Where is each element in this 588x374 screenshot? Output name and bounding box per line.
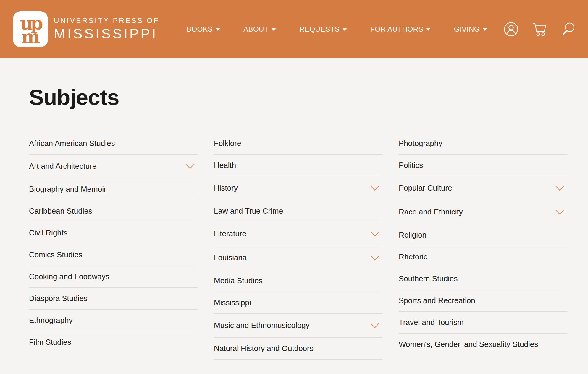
- subject-column-1: African American StudiesArt and Architec…: [29, 133, 198, 353]
- main-nav: BOOKSABOUTREQUESTSFOR AUTHORSGIVING: [187, 25, 487, 33]
- subject-item-art-and-architecture[interactable]: Art and Architecture: [29, 155, 198, 178]
- subject-label: Southern Studies: [399, 274, 458, 283]
- subject-label: Music and Ethnomusicology: [214, 321, 310, 330]
- subject-item-diaspora-studies[interactable]: Diaspora Studies: [29, 288, 198, 310]
- nav-label: ABOUT: [243, 25, 269, 33]
- subject-label: Travel and Tourism: [399, 318, 464, 327]
- subject-label: Politics: [399, 161, 423, 170]
- site-header: up m UNIVERSITY PRESS OF MISSISSIPPI BOO…: [0, 0, 588, 58]
- subject-label: Louisiana: [214, 253, 247, 262]
- search-icon: [561, 21, 576, 37]
- subject-item-popular-culture[interactable]: Popular Culture: [399, 176, 567, 200]
- subject-label: Diaspora Studies: [29, 294, 88, 303]
- cart-button[interactable]: [532, 21, 548, 37]
- subject-item-louisiana[interactable]: Louisiana: [214, 246, 382, 270]
- account-icon: [503, 22, 519, 37]
- subject-label: Rhetoric: [399, 252, 427, 261]
- subject-label: Cooking and Foodways: [29, 272, 109, 281]
- subject-item-literature[interactable]: Literature: [214, 222, 382, 246]
- nav-item-giving[interactable]: GIVING: [454, 25, 487, 33]
- chevron-down-icon: [216, 28, 220, 31]
- subject-label: Biography and Memoir: [29, 185, 106, 194]
- chevron-down-icon[interactable]: [555, 209, 564, 215]
- subject-label: Literature: [214, 229, 246, 238]
- subject-item-sports-and-recreation[interactable]: Sports and Recreation: [399, 290, 567, 312]
- nav-label: REQUESTS: [299, 25, 340, 33]
- subject-item-folklore[interactable]: Folklore: [214, 133, 382, 155]
- subject-item-natural-history-and-outdoors[interactable]: Natural History and Outdoors: [214, 338, 382, 360]
- subject-label: Religion: [399, 230, 427, 240]
- nav-item-requests[interactable]: REQUESTS: [299, 25, 347, 33]
- subject-label: Civil Rights: [29, 228, 67, 238]
- nav-label: BOOKS: [187, 25, 213, 33]
- subjects-page: Subjects African American StudiesArt and…: [0, 58, 588, 360]
- subject-column-3: PhotographyPoliticsPopular CultureRace a…: [399, 133, 567, 355]
- subject-item-music-and-ethnomusicology[interactable]: Music and Ethnomusicology: [214, 314, 382, 338]
- subject-columns: African American StudiesArt and Architec…: [29, 133, 567, 360]
- subject-item-media-studies[interactable]: Media Studies: [214, 270, 382, 292]
- chevron-down-icon: [483, 28, 487, 31]
- subject-item-law-and-true-crime[interactable]: Law and True Crime: [214, 200, 382, 222]
- subject-item-race-and-ethnicity[interactable]: Race and Ethnicity: [399, 200, 567, 224]
- subject-item-ethnography[interactable]: Ethnography: [29, 310, 198, 331]
- subject-item-travel-and-tourism[interactable]: Travel and Tourism: [399, 312, 567, 334]
- brand-line-2: MISSISSIPPI: [54, 25, 159, 42]
- subject-item-biography-and-memoir[interactable]: Biography and Memoir: [29, 178, 198, 200]
- subject-label: Media Studies: [214, 276, 263, 285]
- logo[interactable]: up m: [13, 11, 48, 47]
- subject-label: Art and Architecture: [29, 162, 96, 171]
- cart-icon: [532, 21, 548, 37]
- subject-item-southern-studies[interactable]: Southern Studies: [399, 268, 567, 290]
- subject-item-health[interactable]: Health: [214, 155, 382, 176]
- upm-logo-mark: up m: [13, 11, 48, 47]
- subject-item-religion[interactable]: Religion: [399, 224, 567, 246]
- subject-item-civil-rights[interactable]: Civil Rights: [29, 222, 198, 244]
- subject-column-2: FolkloreHealthHistoryLaw and True CrimeL…: [214, 133, 382, 360]
- subject-label: History: [214, 183, 238, 193]
- subject-label: Natural History and Outdoors: [214, 344, 314, 353]
- subject-label: Race and Ethnicity: [399, 207, 463, 217]
- header-icon-group: [503, 21, 576, 37]
- nav-label: FOR AUTHORS: [370, 25, 423, 33]
- subject-item-mississippi[interactable]: Mississippi: [214, 292, 382, 314]
- subject-item-history[interactable]: History: [214, 176, 382, 200]
- chevron-down-icon[interactable]: [555, 186, 564, 191]
- subject-item-comics-studies[interactable]: Comics Studies: [29, 244, 198, 266]
- page-title: Subjects: [29, 86, 567, 108]
- chevron-down-icon: [343, 28, 347, 31]
- subject-label: Folklore: [214, 139, 241, 148]
- subject-label: Comics Studies: [29, 250, 83, 259]
- subject-label: Women's, Gender, and Sexuality Studies: [399, 340, 538, 349]
- nav-item-books[interactable]: BOOKS: [187, 25, 220, 33]
- chevron-down-icon: [272, 28, 276, 31]
- account-button[interactable]: [503, 22, 519, 37]
- chevron-down-icon[interactable]: [185, 164, 195, 169]
- chevron-down-icon[interactable]: [370, 186, 379, 191]
- subject-item-film-studies[interactable]: Film Studies: [29, 331, 198, 353]
- subject-label: Sports and Recreation: [399, 296, 475, 305]
- subject-item-cooking-and-foodways[interactable]: Cooking and Foodways: [29, 266, 198, 288]
- subject-label: Health: [214, 161, 236, 170]
- chevron-down-icon[interactable]: [370, 323, 379, 329]
- subject-item-caribbean-studies[interactable]: Caribbean Studies: [29, 200, 198, 222]
- nav-list: BOOKSABOUTREQUESTSFOR AUTHORSGIVING: [187, 25, 487, 33]
- nav-item-about[interactable]: ABOUT: [243, 25, 276, 33]
- subject-label: Photography: [399, 139, 442, 148]
- chevron-down-icon[interactable]: [370, 231, 379, 237]
- brand-wordmark: UNIVERSITY PRESS OF MISSISSIPPI: [54, 17, 159, 42]
- logo-letter-m: m: [21, 30, 40, 43]
- chevron-down-icon[interactable]: [370, 255, 379, 261]
- subject-label: Law and True Crime: [214, 206, 283, 216]
- nav-label: GIVING: [454, 25, 480, 33]
- subject-item-african-american-studies[interactable]: African American Studies: [29, 133, 198, 155]
- chevron-down-icon: [426, 28, 430, 31]
- search-button[interactable]: [561, 21, 576, 37]
- subject-label: Caribbean Studies: [29, 206, 92, 216]
- subject-item-photography[interactable]: Photography: [399, 133, 567, 155]
- subject-item-politics[interactable]: Politics: [399, 155, 567, 176]
- subject-item-women-s-gender-and-sexuality-studies[interactable]: Women's, Gender, and Sexuality Studies: [399, 334, 567, 355]
- brand-line-1: UNIVERSITY PRESS OF: [54, 17, 159, 25]
- subject-item-rhetoric[interactable]: Rhetoric: [399, 246, 567, 268]
- nav-item-for-authors[interactable]: FOR AUTHORS: [370, 25, 430, 33]
- subject-label: Mississippi: [214, 298, 251, 307]
